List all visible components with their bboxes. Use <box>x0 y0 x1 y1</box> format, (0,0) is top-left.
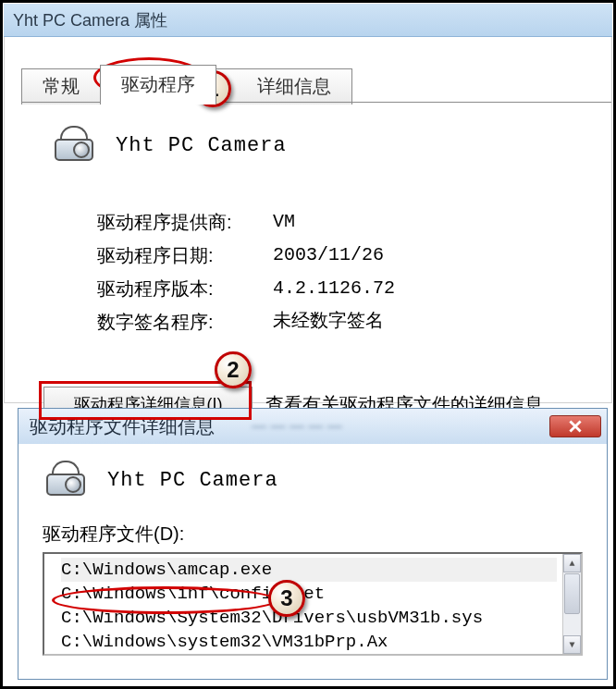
scroll-up-button[interactable]: ▲ <box>563 554 581 572</box>
tabs: 常规 驱动程序 详细信息 <box>21 65 352 105</box>
device-name: Yht PC Camera <box>107 469 278 492</box>
chevron-down-icon: ▼ <box>569 640 574 650</box>
version-label: 驱动程序版本: <box>97 279 273 298</box>
close-icon <box>569 416 582 437</box>
list-item[interactable]: C:\Windows\inf\config.set <box>61 582 557 606</box>
chevron-up-icon: ▲ <box>569 559 574 569</box>
signer-label: 数字签名程序: <box>97 313 273 331</box>
driver-files-listbox[interactable]: C:\Windows\amcap.exe C:\Windows\inf\conf… <box>43 552 583 656</box>
blurred-text: — — — — — <box>252 418 342 435</box>
tab-label: 常规 <box>43 76 80 96</box>
list-item[interactable]: C:\Windows\system32\VM31bPrp.Ax <box>61 630 557 654</box>
signer-value: 未经数字签名 <box>273 313 384 331</box>
properties-window: Yht PC Camera 属性 常规 驱动程序 详细信息 Yht PC Cam… <box>4 4 612 403</box>
camera-icon <box>51 126 99 165</box>
date-label: 驱动程序日期: <box>97 246 273 265</box>
driver-info: 驱动程序提供商: VM 驱动程序日期: 2003/11/26 驱动程序版本: 4… <box>97 213 395 346</box>
version-value: 4.2.1126.72 <box>273 279 395 298</box>
tab-general[interactable]: 常规 <box>21 68 101 105</box>
dialog-titlebar[interactable]: 驱动程序文件详细信息 — — — — — <box>18 409 607 444</box>
list-item[interactable]: C:\Windows\amcap.exe <box>61 558 557 582</box>
dialog-device-header: Yht PC Camera <box>43 461 583 499</box>
scrollbar[interactable]: ▲ ▼ <box>562 554 581 654</box>
scroll-thumb[interactable] <box>564 573 580 614</box>
window-title: Yht PC Camera 属性 <box>13 9 167 31</box>
device-name: Yht PC Camera <box>116 134 287 157</box>
provider-label: 驱动程序提供商: <box>97 213 273 231</box>
device-header: Yht PC Camera <box>51 126 287 165</box>
tab-details[interactable]: 详细信息 <box>216 68 352 105</box>
dialog-title: 驱动程序文件详细信息 <box>30 414 215 439</box>
list-item[interactable]: C:\Windows\System32\Drivers\usbVM31b.sys <box>61 606 557 630</box>
titlebar[interactable]: Yht PC Camera 属性 <box>4 4 612 37</box>
driver-file-details-dialog: 驱动程序文件详细信息 — — — — — Yht PC Camera 驱动程序文… <box>18 409 607 679</box>
provider-value: VM <box>273 213 295 231</box>
date-value: 2003/11/26 <box>273 246 384 265</box>
tab-driver[interactable]: 驱动程序 <box>100 65 216 105</box>
driver-files-label: 驱动程序文件(D): <box>43 522 583 547</box>
scroll-down-button[interactable]: ▼ <box>563 635 581 654</box>
tab-label: 详细信息 <box>257 76 331 96</box>
tab-label: 驱动程序 <box>121 74 195 94</box>
window-body: 常规 驱动程序 详细信息 Yht PC Camera 驱动程序提供商: VM 驱… <box>4 37 612 403</box>
camera-icon <box>43 461 91 499</box>
close-button[interactable] <box>549 415 601 437</box>
